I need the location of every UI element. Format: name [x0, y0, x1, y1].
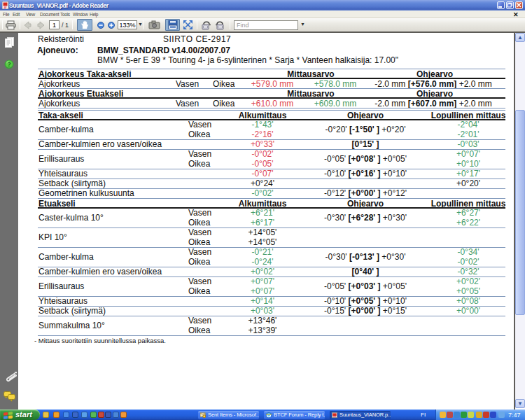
svg-text:?: ? — [7, 61, 11, 68]
